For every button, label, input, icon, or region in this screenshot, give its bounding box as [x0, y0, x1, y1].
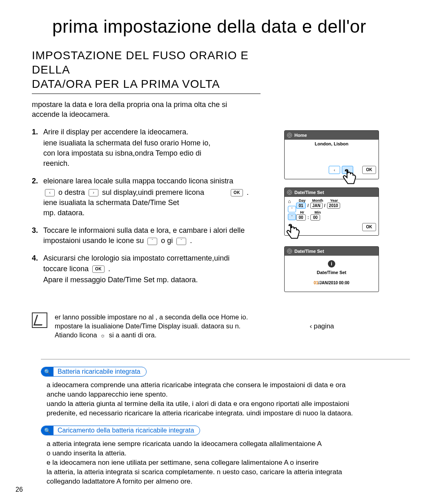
step-4-sub: Apare il messaggio Date/Time Set mp. dat…: [43, 276, 198, 284]
info-head-2-label: Caricamento della batteria ricaricabile …: [53, 427, 194, 434]
step-3-mid-b: o gi: [161, 236, 173, 245]
steps-list: 1. Arire il display per accendere la ide…: [32, 127, 277, 292]
b2-l5: collegando ladattatore A fornito per alm…: [47, 477, 192, 485]
step-4-text1: Asicurarsi che lorologio sia impostato c…: [43, 254, 229, 262]
fig2-val-hr[interactable]: 00: [296, 214, 306, 221]
step-2-mid-b: sul display,uindi premere licona: [102, 188, 204, 196]
fig1-map: [285, 147, 379, 163]
section-rule: [32, 94, 261, 94]
info-head-1-label: Batteria ricaricabile integrata: [53, 368, 140, 375]
fig3-title: Date/Time Set: [294, 249, 324, 254]
info-head-2: 🔍 Caricamento della batteria ricaricabil…: [41, 426, 200, 435]
fig2-val-month[interactable]: JAN: [310, 203, 323, 209]
home-icon: ⌂: [288, 198, 291, 204]
left-arrow-icon: ‹: [45, 189, 55, 196]
intro-line2: accende la ideocamera.: [32, 110, 110, 118]
b2-l3: e la ideocamera non iene utiliata per se…: [47, 459, 318, 466]
step-4-num: 4.: [32, 253, 43, 285]
hand-pointer-icon-2: [282, 222, 303, 243]
down-arrow-icon: ˇ: [176, 238, 186, 245]
step-1-num: 1.: [32, 127, 43, 169]
gear-icon: [287, 133, 292, 138]
b1-l4: predenite, ed necessario ricaricare la a…: [47, 409, 353, 417]
fig3-msg: Date/Time Set: [288, 270, 375, 275]
figure-home-screen: Home London, Lisbon ‹ › OK: [284, 130, 379, 179]
fig2-down-button[interactable]: ˇ: [288, 214, 296, 220]
b1-l1: a ideocamera comprende una atteria ricar…: [47, 381, 345, 389]
note-line2b: ‹ pagina: [310, 322, 334, 330]
fig2-title: Date/Time Set: [294, 190, 324, 195]
step-1-sub-a: iene isualiata la schermata del fuso ora…: [43, 139, 210, 147]
step-3-mid-a: impostaioni usando le icone su: [43, 236, 144, 245]
figures-column: Home London, Lisbon ‹ › OK D: [284, 130, 399, 300]
fig2-up-button[interactable]: ˆ: [288, 206, 296, 212]
step-2-num: 2.: [32, 176, 43, 218]
magnifier-icon: 🔍: [41, 367, 53, 377]
step-2-sub-b: iene isualiata la schermata Date/Time Se…: [43, 198, 179, 207]
info-head-1: 🔍 Batteria ricaricabile integrata: [41, 367, 147, 377]
fig1-title: Home: [294, 133, 307, 138]
note-block: er lanno possible impostare no al , a se…: [32, 312, 403, 340]
info-section: 🔍 Batteria ricaricabile integrata a ideo…: [41, 354, 410, 486]
b2-l4: la atteria, la atteria integrata si scar…: [47, 468, 342, 476]
step-2-sub: ‹ o destra › sul display,uindi premere l…: [43, 187, 277, 219]
info-body-1: a ideocamera comprende una atteria ricar…: [47, 381, 410, 418]
step-1-sub-b: con lora impostata su isbna,ondra Tempo …: [43, 149, 201, 157]
note-line3b: si a aanti di ora.: [109, 331, 156, 339]
info-body-2: a atteria integrata iene sempre ricarica…: [47, 439, 410, 486]
fig2-hdr-day: Day: [296, 198, 308, 203]
figure-datetime-set: Date/Time Set ⌂ Day Month Year 01/ JAN/ …: [284, 187, 379, 236]
step-4: 4. Asicurarsi che lorologio sia impostat…: [32, 253, 277, 285]
fig2-val-min[interactable]: 00: [310, 214, 320, 221]
step-1-text: Arire il display per accendere la ideoca…: [43, 128, 188, 136]
fig2-hdr-hr: Hr: [296, 210, 308, 214]
step-1: 1. Arire il display per accendere la ide…: [32, 127, 277, 169]
info-icon: i: [328, 260, 335, 268]
step-4-text2: toccare licona: [43, 265, 89, 273]
page-number: 26: [16, 486, 23, 493]
step-3-text1: Toccare le informaioni sulla data e lora…: [43, 226, 245, 234]
section-title-line1: IMPOSTAZIONE DEL FUSO ORARIO E DELLA: [32, 49, 249, 76]
note-line1: er lanno possible impostare no al , a se…: [55, 313, 248, 321]
step-2-mid-a: o destra: [58, 188, 85, 196]
b1-l3: uando la atteria giunta al termine della…: [47, 400, 349, 408]
up-arrow-icon: ˆ: [147, 238, 157, 245]
fig3-ts-hl: 01: [314, 281, 318, 285]
b2-l1: a atteria integrata iene sempre ricarica…: [47, 440, 322, 448]
step-3: 3. Toccare le informaioni sulla data e l…: [32, 225, 277, 246]
fig2-val-day[interactable]: 01: [296, 203, 306, 209]
chapter-title: prima impostazione della data e dell'or: [52, 16, 441, 37]
fig2-val-year[interactable]: 2010: [327, 203, 340, 209]
step-3-num: 3.: [32, 225, 43, 246]
ok-icon: OK: [231, 189, 243, 196]
fig3-timestamp: 01/JAN/2010 00:00: [288, 281, 375, 285]
intro-line1: mpostare la data e lora della propria on…: [32, 100, 227, 109]
fig3-ts-rest: JAN/2010 00:00: [319, 281, 349, 285]
fig2-hdr-min: Min: [311, 210, 325, 214]
b1-l2: anche uando lapparecchio iene spento.: [47, 390, 168, 398]
note-line3a: Atiando licona: [55, 331, 97, 339]
section-title-line2: DATA/ORA PER LA PRIMA VOLTA: [32, 78, 220, 90]
note-line2a: mpostare la isualiaione Date/Time Displa…: [55, 322, 241, 330]
note-icon: [32, 312, 47, 328]
section-title: IMPOSTAZIONE DEL FUSO ORARIO E DELLA DAT…: [32, 48, 261, 91]
step-2-sub-c: mp. dataora.: [43, 209, 85, 217]
fig2-hdr-year: Year: [327, 198, 341, 203]
info-rule: [41, 359, 410, 359]
hand-pointer-icon: [339, 167, 360, 189]
ok-icon-2: OK: [92, 265, 105, 273]
figure-confirm: Date/Time Set i Date/Time Set 01/JAN/201…: [284, 246, 379, 292]
fig1-ok-button[interactable]: OK: [362, 166, 376, 174]
fig2-hdr-month: Month: [311, 198, 325, 203]
b2-l2: o uando inserita la atteria.: [47, 449, 127, 457]
sun-icon: [100, 333, 106, 339]
magnifier-icon-2: 🔍: [41, 426, 53, 435]
step-1-sub: iene isualiata la schermata del fuso ora…: [43, 138, 277, 169]
step-2: 2. eleionare larea locale sulla mappa to…: [32, 176, 277, 218]
gear-icon-2: [287, 190, 292, 195]
fig2-ok-button[interactable]: OK: [362, 223, 376, 231]
right-arrow-icon: ›: [89, 189, 98, 196]
step-1-sub-c: reenich.: [43, 159, 69, 167]
gear-icon-3: [287, 249, 292, 254]
intro-text: mpostare la data e lora della propria on…: [32, 100, 261, 120]
